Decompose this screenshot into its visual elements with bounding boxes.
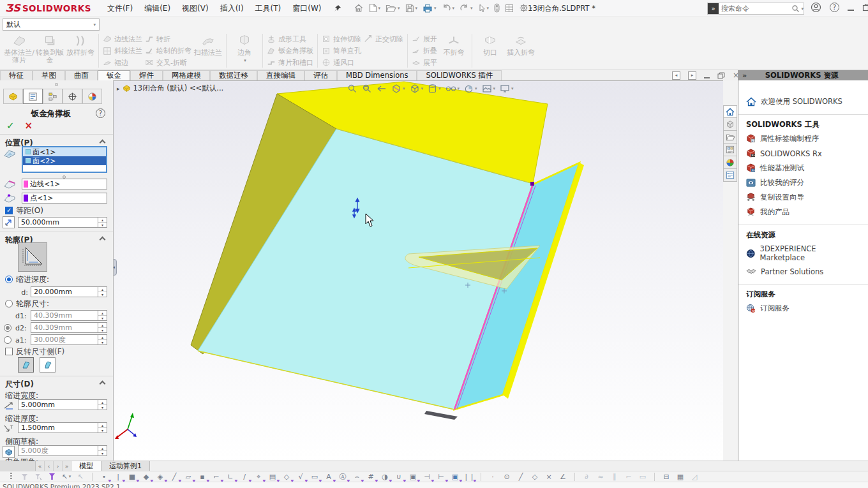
snap-line-icon[interactable]: ╱ xyxy=(516,472,525,481)
toolbar-grip[interactable] xyxy=(10,473,12,480)
display-style-icon[interactable]: ▾ xyxy=(428,84,441,94)
face-list-item[interactable]: 面<2> xyxy=(23,156,106,165)
sheet-metal-gusset-button[interactable]: 钣金角撑板 xyxy=(267,46,313,56)
custom-properties-tab[interactable] xyxy=(723,169,737,182)
copy-settings-wizard-link[interactable]: 复制设置向导 xyxy=(738,190,868,205)
miter-flange-button[interactable]: 斜接法兰 xyxy=(103,46,142,56)
snap-box-icon[interactable]: ▭ xyxy=(638,472,647,481)
filter-arc-icon[interactable]: ⌢▼ xyxy=(352,472,361,481)
profile-dims-radio[interactable] xyxy=(5,300,13,307)
filter-geometric-tolerance-icon[interactable]: ▭▼ xyxy=(310,472,319,481)
filter-faces-icon[interactable]: ■▼ xyxy=(128,472,137,481)
d1-input[interactable] xyxy=(31,311,98,320)
d1-spin-arrows[interactable]: ▴▾ xyxy=(98,311,107,320)
marketplace-link[interactable]: 3DEXPERIENCE Marketplace xyxy=(738,242,868,265)
faces-selection-list[interactable]: 面<1> 面<2> xyxy=(22,146,107,173)
simple-hole-button[interactable]: 简单直孔 xyxy=(322,46,361,56)
subscription-services-link[interactable]: SP 订阅服务 xyxy=(738,301,868,316)
resources-home-tab[interactable] xyxy=(723,105,737,118)
snap-hv-icon[interactable]: ⊟ xyxy=(662,472,671,481)
menu-edit[interactable]: 编辑(E) xyxy=(138,0,176,17)
draft-spin-arrows[interactable]: ▴▾ xyxy=(98,446,107,455)
tab-weldments[interactable]: 焊件 xyxy=(130,70,163,80)
new-document-icon[interactable]: ▾ xyxy=(367,2,383,15)
edge-flange-button[interactable]: 边线法兰 xyxy=(103,34,142,44)
search-scope-caret[interactable]: ▾ xyxy=(801,6,804,11)
d2-input[interactable] xyxy=(31,323,98,332)
design-library-tab[interactable] xyxy=(723,118,737,131)
filter-notes-icon[interactable]: A▼ xyxy=(324,472,333,481)
rip-button[interactable]: 切口 xyxy=(475,33,505,69)
point-selection-field[interactable]: 点<1> xyxy=(22,193,107,203)
panel-splitter-handle[interactable]: ◂ xyxy=(114,259,117,276)
snap-intersection-icon[interactable]: × xyxy=(544,472,553,481)
solidworks-rx-link[interactable]: Rx SOLIDWORKS Rx xyxy=(738,146,868,161)
filter-toggle-icon[interactable] xyxy=(20,472,29,481)
home-icon[interactable] xyxy=(352,2,366,15)
expand-pane-icon[interactable]: » xyxy=(742,71,747,80)
base-flange-button[interactable]: 基体法兰/薄片 xyxy=(4,33,34,69)
offset-checkbox-label[interactable]: 等距(O) xyxy=(16,205,43,216)
menu-insert[interactable]: 插入(I) xyxy=(214,0,250,17)
tab-surfaces[interactable]: 曲面 xyxy=(65,70,98,80)
performance-benchmark-link[interactable]: bk 性能基准测试 xyxy=(738,161,868,175)
search-icon[interactable] xyxy=(791,4,800,13)
prev-tab-button[interactable]: ‹ xyxy=(45,461,54,471)
displaymanager-tab[interactable] xyxy=(82,89,102,104)
normal-cut-button[interactable]: 正交切除 xyxy=(364,34,403,44)
print-icon[interactable]: ▾ xyxy=(421,2,438,15)
doc-minimize-icon[interactable] xyxy=(704,77,710,78)
filter-active-icon[interactable] xyxy=(48,472,57,481)
filter-pair-icon[interactable]: ❘❘▼ xyxy=(465,472,474,481)
minimize-window-icon[interactable] xyxy=(848,10,854,11)
tab-direct-editing[interactable]: 直接编辑 xyxy=(257,70,304,80)
my-products-link[interactable]: 我的产品 xyxy=(738,205,868,219)
filter-annotation-icon[interactable]: ▣▼ xyxy=(408,472,417,481)
filter-center-mark-icon[interactable]: ⌖▼ xyxy=(254,472,263,481)
model-tab[interactable]: 模型 xyxy=(71,461,101,471)
view-orientation-icon[interactable]: ▾ xyxy=(410,84,424,94)
filter-sketch-icon[interactable]: ⌐▼ xyxy=(212,472,221,481)
last-tab-button[interactable]: » xyxy=(63,461,71,471)
menu-view[interactable]: 视图(V) xyxy=(176,0,214,17)
d2-spin-arrows[interactable]: ▴▾ xyxy=(98,323,107,332)
menu-file[interactable]: 文件(F) xyxy=(101,0,138,17)
propertymanager-tab[interactable] xyxy=(23,89,43,104)
depth-input[interactable] xyxy=(31,287,98,297)
filter-dimension-icon[interactable]: ◇▼ xyxy=(282,472,291,481)
jog-button[interactable]: 转折 xyxy=(145,34,191,44)
a1-radio[interactable] xyxy=(4,336,11,344)
open-document-icon[interactable]: ▾ xyxy=(384,2,402,15)
depth-spin-arrows[interactable]: ▴▾ xyxy=(98,287,107,297)
snap-parallel-icon[interactable]: ∥ xyxy=(610,472,619,481)
lofted-bend-button[interactable]: 放样折弯 xyxy=(65,33,96,69)
extruded-cut-button[interactable]: 拉伸切除 xyxy=(322,34,361,44)
snap-curve-icon[interactable]: ≈ xyxy=(596,472,605,481)
dimxpertmanager-tab[interactable] xyxy=(63,89,82,104)
property-tab-builder-link[interactable]: 属性标签编制程序 xyxy=(738,131,868,146)
help-icon[interactable]: ? xyxy=(830,3,839,12)
view-settings-icon[interactable]: ▾ xyxy=(500,84,514,93)
filter-block-icon[interactable]: ▣▼ xyxy=(451,472,460,481)
menu-tools[interactable]: 工具(T) xyxy=(250,0,287,17)
filter-datum-icon[interactable]: ∪▼ xyxy=(394,472,403,481)
tab-sheet-metal[interactable]: 钣金 xyxy=(98,70,130,80)
position-collapse-chevron[interactable] xyxy=(100,140,106,146)
edge-selection-field[interactable]: 边线<1> xyxy=(22,179,107,189)
appearance-icon[interactable]: ▾ xyxy=(464,84,477,94)
filter-hatch-icon[interactable]: #▼ xyxy=(366,472,375,481)
corner-button[interactable]: 边角▾ xyxy=(229,33,260,69)
breadcrumb-text[interactable]: 13闭合角 (默认) <<默认... xyxy=(133,84,224,93)
snap-grid-icon[interactable]: ▦ xyxy=(676,472,685,481)
fold-button[interactable]: 折叠 xyxy=(412,46,437,56)
welcome-link[interactable]: 欢迎使用 SOLIDWORKS xyxy=(738,94,868,109)
flip-dimension-checkbox[interactable] xyxy=(5,348,13,355)
d2-radio[interactable] xyxy=(4,324,11,332)
filter-clear-icon[interactable] xyxy=(34,472,43,481)
filter-surface-icon[interactable]: ◆▼ xyxy=(142,472,151,481)
filter-centerline-icon[interactable]: ▤▼ xyxy=(268,472,277,481)
compare-score-link[interactable]: 比较我的评分 xyxy=(738,175,868,190)
next-document-icon[interactable]: ▸ xyxy=(688,71,696,80)
gusset-type-round-button[interactable] xyxy=(40,357,56,373)
appearances-scenes-tab[interactable] xyxy=(723,156,737,169)
